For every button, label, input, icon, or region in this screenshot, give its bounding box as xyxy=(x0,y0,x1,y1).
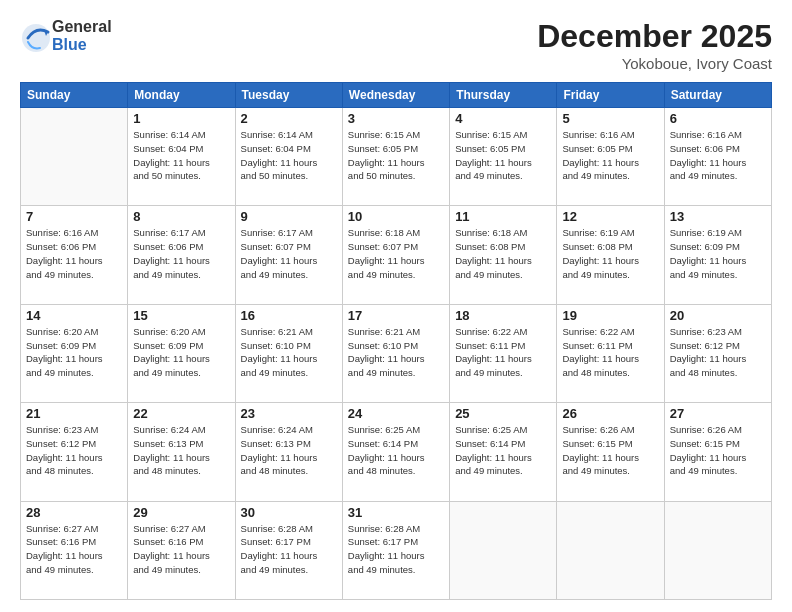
calendar-cell: 4Sunrise: 6:15 AM Sunset: 6:05 PM Daylig… xyxy=(450,108,557,206)
calendar-cell: 30Sunrise: 6:28 AM Sunset: 6:17 PM Dayli… xyxy=(235,501,342,599)
day-info: Sunrise: 6:25 AM Sunset: 6:14 PM Dayligh… xyxy=(455,423,551,478)
calendar-table: Sunday Monday Tuesday Wednesday Thursday… xyxy=(20,82,772,600)
day-info: Sunrise: 6:18 AM Sunset: 6:07 PM Dayligh… xyxy=(348,226,444,281)
calendar-cell: 10Sunrise: 6:18 AM Sunset: 6:07 PM Dayli… xyxy=(342,206,449,304)
day-number: 27 xyxy=(670,406,766,421)
calendar-cell: 29Sunrise: 6:27 AM Sunset: 6:16 PM Dayli… xyxy=(128,501,235,599)
calendar-cell xyxy=(557,501,664,599)
calendar-cell: 22Sunrise: 6:24 AM Sunset: 6:13 PM Dayli… xyxy=(128,403,235,501)
day-number: 28 xyxy=(26,505,122,520)
day-info: Sunrise: 6:26 AM Sunset: 6:15 PM Dayligh… xyxy=(670,423,766,478)
calendar-cell xyxy=(664,501,771,599)
calendar-header-row: Sunday Monday Tuesday Wednesday Thursday… xyxy=(21,83,772,108)
day-number: 15 xyxy=(133,308,229,323)
calendar-cell: 25Sunrise: 6:25 AM Sunset: 6:14 PM Dayli… xyxy=(450,403,557,501)
day-number: 31 xyxy=(348,505,444,520)
logo-general-text: General xyxy=(52,18,112,36)
day-number: 24 xyxy=(348,406,444,421)
col-wednesday: Wednesday xyxy=(342,83,449,108)
day-number: 12 xyxy=(562,209,658,224)
day-number: 19 xyxy=(562,308,658,323)
calendar-cell: 15Sunrise: 6:20 AM Sunset: 6:09 PM Dayli… xyxy=(128,304,235,402)
day-number: 18 xyxy=(455,308,551,323)
day-info: Sunrise: 6:20 AM Sunset: 6:09 PM Dayligh… xyxy=(133,325,229,380)
day-info: Sunrise: 6:17 AM Sunset: 6:07 PM Dayligh… xyxy=(241,226,337,281)
calendar-cell: 12Sunrise: 6:19 AM Sunset: 6:08 PM Dayli… xyxy=(557,206,664,304)
day-info: Sunrise: 6:19 AM Sunset: 6:09 PM Dayligh… xyxy=(670,226,766,281)
day-info: Sunrise: 6:25 AM Sunset: 6:14 PM Dayligh… xyxy=(348,423,444,478)
day-number: 14 xyxy=(26,308,122,323)
calendar-cell: 5Sunrise: 6:16 AM Sunset: 6:05 PM Daylig… xyxy=(557,108,664,206)
day-number: 6 xyxy=(670,111,766,126)
day-number: 16 xyxy=(241,308,337,323)
calendar-cell: 9Sunrise: 6:17 AM Sunset: 6:07 PM Daylig… xyxy=(235,206,342,304)
calendar-cell: 3Sunrise: 6:15 AM Sunset: 6:05 PM Daylig… xyxy=(342,108,449,206)
logo-icon xyxy=(20,22,48,50)
calendar-week-3: 21Sunrise: 6:23 AM Sunset: 6:12 PM Dayli… xyxy=(21,403,772,501)
page: General Blue December 2025 Yokoboue, Ivo… xyxy=(0,0,792,612)
day-number: 10 xyxy=(348,209,444,224)
col-tuesday: Tuesday xyxy=(235,83,342,108)
day-number: 5 xyxy=(562,111,658,126)
calendar-cell: 1Sunrise: 6:14 AM Sunset: 6:04 PM Daylig… xyxy=(128,108,235,206)
day-info: Sunrise: 6:14 AM Sunset: 6:04 PM Dayligh… xyxy=(133,128,229,183)
calendar-cell: 16Sunrise: 6:21 AM Sunset: 6:10 PM Dayli… xyxy=(235,304,342,402)
calendar-cell: 13Sunrise: 6:19 AM Sunset: 6:09 PM Dayli… xyxy=(664,206,771,304)
calendar-week-0: 1Sunrise: 6:14 AM Sunset: 6:04 PM Daylig… xyxy=(21,108,772,206)
calendar-week-4: 28Sunrise: 6:27 AM Sunset: 6:16 PM Dayli… xyxy=(21,501,772,599)
logo-text: General Blue xyxy=(52,18,112,53)
day-info: Sunrise: 6:16 AM Sunset: 6:06 PM Dayligh… xyxy=(26,226,122,281)
calendar-cell: 27Sunrise: 6:26 AM Sunset: 6:15 PM Dayli… xyxy=(664,403,771,501)
day-info: Sunrise: 6:23 AM Sunset: 6:12 PM Dayligh… xyxy=(26,423,122,478)
calendar-cell: 18Sunrise: 6:22 AM Sunset: 6:11 PM Dayli… xyxy=(450,304,557,402)
calendar-cell: 24Sunrise: 6:25 AM Sunset: 6:14 PM Dayli… xyxy=(342,403,449,501)
day-number: 25 xyxy=(455,406,551,421)
calendar-cell: 6Sunrise: 6:16 AM Sunset: 6:06 PM Daylig… xyxy=(664,108,771,206)
day-info: Sunrise: 6:16 AM Sunset: 6:06 PM Dayligh… xyxy=(670,128,766,183)
calendar-cell: 14Sunrise: 6:20 AM Sunset: 6:09 PM Dayli… xyxy=(21,304,128,402)
day-info: Sunrise: 6:22 AM Sunset: 6:11 PM Dayligh… xyxy=(562,325,658,380)
day-info: Sunrise: 6:15 AM Sunset: 6:05 PM Dayligh… xyxy=(348,128,444,183)
calendar-cell: 26Sunrise: 6:26 AM Sunset: 6:15 PM Dayli… xyxy=(557,403,664,501)
day-info: Sunrise: 6:18 AM Sunset: 6:08 PM Dayligh… xyxy=(455,226,551,281)
day-number: 17 xyxy=(348,308,444,323)
day-info: Sunrise: 6:26 AM Sunset: 6:15 PM Dayligh… xyxy=(562,423,658,478)
logo-blue-text: Blue xyxy=(52,36,112,54)
day-number: 13 xyxy=(670,209,766,224)
day-info: Sunrise: 6:24 AM Sunset: 6:13 PM Dayligh… xyxy=(241,423,337,478)
title-block: December 2025 Yokoboue, Ivory Coast xyxy=(537,18,772,72)
calendar-cell xyxy=(450,501,557,599)
col-thursday: Thursday xyxy=(450,83,557,108)
day-number: 2 xyxy=(241,111,337,126)
calendar-cell: 7Sunrise: 6:16 AM Sunset: 6:06 PM Daylig… xyxy=(21,206,128,304)
col-sunday: Sunday xyxy=(21,83,128,108)
day-info: Sunrise: 6:22 AM Sunset: 6:11 PM Dayligh… xyxy=(455,325,551,380)
day-number: 9 xyxy=(241,209,337,224)
day-number: 8 xyxy=(133,209,229,224)
day-info: Sunrise: 6:15 AM Sunset: 6:05 PM Dayligh… xyxy=(455,128,551,183)
calendar-cell: 2Sunrise: 6:14 AM Sunset: 6:04 PM Daylig… xyxy=(235,108,342,206)
day-info: Sunrise: 6:19 AM Sunset: 6:08 PM Dayligh… xyxy=(562,226,658,281)
day-number: 23 xyxy=(241,406,337,421)
col-friday: Friday xyxy=(557,83,664,108)
day-number: 4 xyxy=(455,111,551,126)
day-info: Sunrise: 6:20 AM Sunset: 6:09 PM Dayligh… xyxy=(26,325,122,380)
header: General Blue December 2025 Yokoboue, Ivo… xyxy=(20,18,772,72)
day-info: Sunrise: 6:27 AM Sunset: 6:16 PM Dayligh… xyxy=(133,522,229,577)
calendar-week-2: 14Sunrise: 6:20 AM Sunset: 6:09 PM Dayli… xyxy=(21,304,772,402)
day-info: Sunrise: 6:24 AM Sunset: 6:13 PM Dayligh… xyxy=(133,423,229,478)
day-number: 22 xyxy=(133,406,229,421)
day-number: 29 xyxy=(133,505,229,520)
day-info: Sunrise: 6:23 AM Sunset: 6:12 PM Dayligh… xyxy=(670,325,766,380)
day-number: 21 xyxy=(26,406,122,421)
day-number: 11 xyxy=(455,209,551,224)
calendar-cell: 8Sunrise: 6:17 AM Sunset: 6:06 PM Daylig… xyxy=(128,206,235,304)
logo: General Blue xyxy=(20,18,112,53)
day-info: Sunrise: 6:28 AM Sunset: 6:17 PM Dayligh… xyxy=(241,522,337,577)
day-number: 7 xyxy=(26,209,122,224)
day-info: Sunrise: 6:17 AM Sunset: 6:06 PM Dayligh… xyxy=(133,226,229,281)
day-info: Sunrise: 6:28 AM Sunset: 6:17 PM Dayligh… xyxy=(348,522,444,577)
day-number: 30 xyxy=(241,505,337,520)
day-info: Sunrise: 6:16 AM Sunset: 6:05 PM Dayligh… xyxy=(562,128,658,183)
day-number: 3 xyxy=(348,111,444,126)
